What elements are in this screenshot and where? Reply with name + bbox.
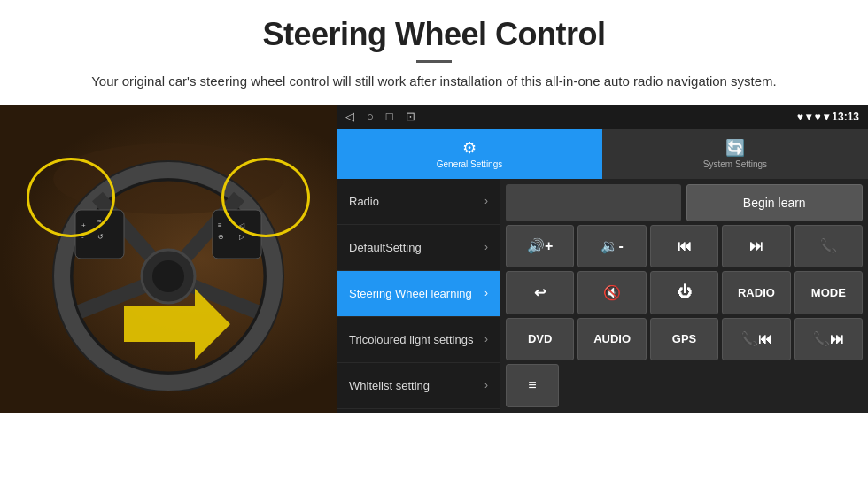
menu-item-steering-wheel[interactable]: Steering Wheel learning › — [337, 271, 500, 317]
begin-learn-label: Begin learn — [743, 196, 806, 210]
menu-list: Radio › DefaultSetting › Steering Wheel … — [337, 179, 500, 413]
home-icon[interactable]: ○ — [367, 110, 374, 123]
svg-text:↺: ↺ — [97, 233, 104, 241]
menu-item-steering-label: Steering Wheel learning — [349, 287, 472, 300]
highlight-circle-left — [27, 158, 115, 237]
volume-down-button[interactable]: 🔉- — [577, 225, 646, 268]
main-area: Radio › DefaultSetting › Steering Wheel … — [337, 179, 868, 413]
key-display-box — [506, 184, 681, 221]
tab-bar: ⚙ General Settings 🔄 System Settings — [337, 129, 868, 179]
menu-item-default-setting[interactable]: DefaultSetting › — [337, 225, 500, 271]
dvd-label: DVD — [528, 332, 552, 345]
controls-grid: 🔊+ 🔉- ⏮ ⏭ 📞 — [506, 225, 863, 407]
begin-learn-row: Begin learn — [506, 184, 863, 221]
tab-general-label: General Settings — [437, 159, 503, 169]
svg-text:≡: ≡ — [218, 221, 222, 229]
mute-icon: 🔇 — [603, 284, 621, 301]
controls-row-3: DVD AUDIO GPS 📞⏮ 📞⏭ — [506, 318, 863, 361]
call-next-button[interactable]: 📞⏭ — [794, 318, 863, 361]
dvd-button[interactable]: DVD — [506, 318, 574, 361]
begin-learn-button[interactable]: Begin learn — [686, 184, 864, 221]
page-title: Steering Wheel Control — [53, 16, 815, 53]
hangup-icon: ↩ — [534, 284, 546, 301]
system-settings-icon: 🔄 — [725, 138, 745, 158]
status-bar: ◁ ○ □ ⊡ ♥ ▾ ♥ ▾ 13:13 — [337, 105, 868, 129]
clock: ♥ ▾ 13:13 — [815, 111, 859, 123]
menu-arrow-whitelist: › — [484, 379, 488, 391]
menu-item-whitelist-label: Whitelist setting — [349, 379, 430, 392]
mute-button[interactable]: 🔇 — [577, 271, 646, 314]
mode-label: MODE — [811, 286, 846, 299]
content-area: + - ≈ ↺ ≡ ⊕ ◁ ▷ — [0, 105, 868, 413]
status-bar-left: ◁ ○ □ ⊡ — [345, 110, 415, 123]
gps-label: GPS — [672, 332, 696, 345]
audio-button[interactable]: AUDIO — [577, 318, 646, 361]
tab-system-settings[interactable]: 🔄 System Settings — [602, 129, 868, 179]
volume-up-icon: 🔊+ — [527, 237, 553, 254]
power-icon: ⏻ — [678, 284, 692, 300]
tab-general-settings[interactable]: ⚙ General Settings — [337, 129, 602, 179]
yellow-arrow — [124, 289, 230, 360]
status-time: ♥ ▾ ♥ ▾ 13:13 — [797, 111, 859, 123]
general-settings-icon: ⚙ — [462, 138, 477, 158]
android-ui-panel: ◁ ○ □ ⊡ ♥ ▾ ♥ ▾ 13:13 ⚙ General Settings… — [337, 105, 868, 413]
next-track-icon: ⏭ — [749, 238, 763, 254]
call-next-icon: 📞⏭ — [812, 330, 844, 347]
menu-grid-button[interactable]: ≡ — [506, 364, 559, 407]
volume-up-button[interactable]: 🔊+ — [506, 225, 574, 268]
recents-icon[interactable]: □ — [386, 110, 393, 123]
menu-icon[interactable]: ⊡ — [406, 110, 415, 123]
menu-arrow-tricoloured: › — [484, 333, 488, 345]
svg-marker-20 — [124, 289, 230, 360]
controls-row-4: ≡ — [506, 364, 863, 407]
top-section: Steering Wheel Control Your original car… — [0, 0, 868, 105]
menu-arrow-default: › — [484, 241, 488, 253]
prev-track-button[interactable]: ⏮ — [650, 225, 718, 268]
radio-label: RADIO — [738, 286, 775, 299]
menu-item-radio[interactable]: Radio › — [337, 179, 500, 225]
hangup-button[interactable]: ↩ — [506, 271, 574, 314]
phone-icon: 📞 — [819, 237, 837, 254]
tab-system-label: System Settings — [703, 159, 767, 169]
menu-arrow-radio: › — [484, 195, 488, 207]
mode-button[interactable]: MODE — [794, 271, 863, 314]
svg-point-9 — [152, 260, 184, 292]
power-button[interactable]: ⏻ — [650, 271, 718, 314]
radio-button[interactable]: RADIO — [722, 271, 790, 314]
call-prev-button[interactable]: 📞⏮ — [722, 318, 790, 361]
menu-arrow-steering: › — [484, 287, 488, 299]
page-subtitle: Your original car's steering wheel contr… — [53, 72, 815, 92]
menu-item-default-label: DefaultSetting — [349, 241, 422, 254]
prev-track-icon: ⏮ — [678, 238, 692, 254]
steering-wheel-bg: + - ≈ ↺ ≡ ⊕ ◁ ▷ — [0, 105, 337, 413]
steering-wheel-panel: + - ≈ ↺ ≡ ⊕ ◁ ▷ — [0, 105, 337, 413]
controls-row-1: 🔊+ 🔉- ⏮ ⏭ 📞 — [506, 225, 863, 268]
next-track-button[interactable]: ⏭ — [722, 225, 790, 268]
title-divider — [416, 60, 452, 63]
controls-row-2: ↩ 🔇 ⏻ RADIO MODE — [506, 271, 863, 314]
menu-grid-icon: ≡ — [528, 377, 536, 393]
controls-area: Begin learn 🔊+ 🔉- ⏮ — [500, 179, 868, 413]
call-prev-icon: 📞⏮ — [740, 330, 772, 347]
svg-text:▷: ▷ — [239, 233, 245, 241]
volume-down-icon: 🔉- — [601, 237, 623, 254]
gps-button[interactable]: GPS — [650, 318, 718, 361]
menu-item-whitelist[interactable]: Whitelist setting › — [337, 363, 500, 409]
menu-item-tricoloured-label: Tricoloured light settings — [349, 333, 473, 346]
menu-item-radio-label: Radio — [349, 195, 379, 208]
audio-label: AUDIO — [593, 332, 631, 345]
highlight-circle-right — [221, 158, 310, 237]
signal-icons: ♥ ▾ — [797, 111, 815, 123]
menu-item-tricoloured[interactable]: Tricoloured light settings › — [337, 317, 500, 363]
call-button[interactable]: 📞 — [794, 225, 863, 268]
svg-text:⊕: ⊕ — [218, 233, 224, 241]
back-icon[interactable]: ◁ — [345, 110, 354, 123]
